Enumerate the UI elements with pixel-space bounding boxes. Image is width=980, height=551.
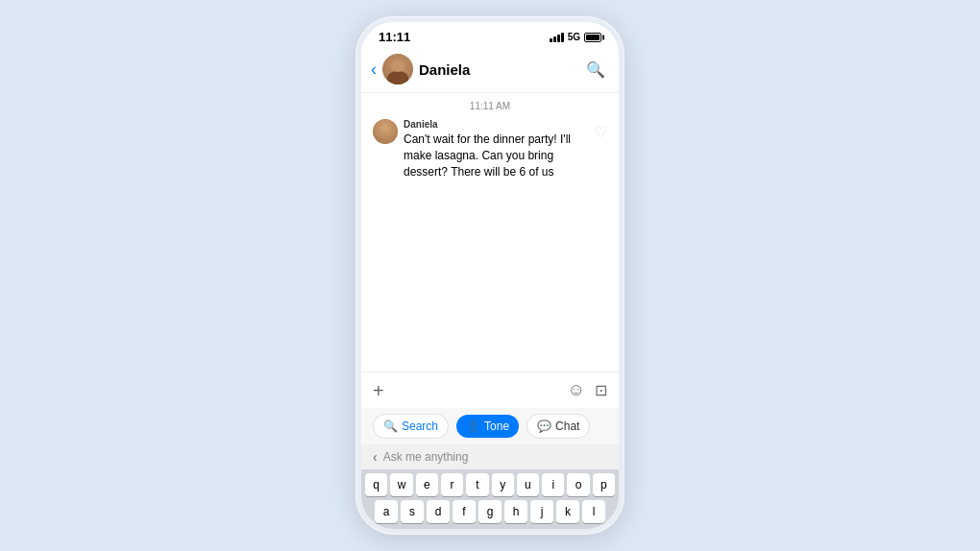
key-i[interactable]: i <box>542 473 564 496</box>
add-button[interactable]: + <box>373 381 384 400</box>
tone-icon: 👤 <box>466 419 480 433</box>
keyboard-row-1: q w e r t y u i o p <box>365 473 615 496</box>
key-p[interactable]: p <box>593 473 615 496</box>
chat-header: ‹ Daniela 🔍 <box>361 48 619 93</box>
heart-icon[interactable]: ♡ <box>594 123 607 141</box>
key-w[interactable]: w <box>390 473 412 496</box>
key-s[interactable]: s <box>401 500 424 523</box>
emoji-button[interactable]: ☺ <box>568 380 585 400</box>
ask-input-placeholder[interactable]: Ask me anything <box>383 450 607 464</box>
status-time: 11:11 <box>379 30 410 44</box>
messages-area: 11:11 AM Daniela Can't wait for the dinn… <box>361 93 619 371</box>
key-r[interactable]: r <box>441 473 463 496</box>
phone-frame: 11:11 5G ‹ Daniela 🔍 <box>355 16 625 535</box>
keyboard: q w e r t y u i o p a s d f g h j k l <box>361 469 619 529</box>
search-icon[interactable]: 🔍 <box>586 60 605 79</box>
ai-search-button[interactable]: 🔍 Search <box>373 414 449 439</box>
back-button[interactable]: ‹ <box>371 60 377 80</box>
ai-tone-button[interactable]: 👤 Tone <box>456 415 519 438</box>
message-row: Daniela Can't wait for the dinner party!… <box>373 119 607 180</box>
status-icons: 5G <box>550 32 601 42</box>
key-a[interactable]: a <box>375 500 398 523</box>
search-icon: 🔍 <box>383 419 398 433</box>
network-type-label: 5G <box>568 32 580 42</box>
input-bar: + ☺ ⊡ <box>361 371 619 408</box>
ai-chat-button[interactable]: 💬 Chat <box>527 414 590 439</box>
message-time-label: 11:11 AM <box>373 101 607 111</box>
key-y[interactable]: y <box>492 473 514 496</box>
camera-button[interactable]: ⊡ <box>595 381 607 399</box>
key-h[interactable]: h <box>504 500 527 523</box>
key-g[interactable]: g <box>478 500 502 523</box>
ai-search-label: Search <box>402 419 438 433</box>
message-bubble: Can't wait for the dinner party! I'll ma… <box>404 132 588 180</box>
key-t[interactable]: t <box>466 473 488 496</box>
key-l[interactable]: l <box>582 500 605 523</box>
key-d[interactable]: d <box>427 500 450 523</box>
message-sender: Daniela <box>404 119 588 130</box>
key-e[interactable]: e <box>416 473 438 496</box>
ask-bar: ‹ Ask me anything <box>361 444 619 469</box>
key-f[interactable]: f <box>453 500 476 523</box>
key-j[interactable]: j <box>530 500 553 523</box>
key-o[interactable]: o <box>567 473 589 496</box>
contact-avatar <box>382 54 413 84</box>
keyboard-row-2: a s d f g h j k l <box>365 500 615 523</box>
message-avatar <box>373 119 398 144</box>
battery-icon <box>584 33 601 42</box>
message-content: Daniela Can't wait for the dinner party!… <box>404 119 588 180</box>
contact-name: Daniela <box>419 61 586 78</box>
ai-chat-label: Chat <box>555 419 579 433</box>
ask-back-button[interactable]: ‹ <box>373 449 378 465</box>
status-bar: 11:11 5G <box>361 22 619 48</box>
key-k[interactable]: k <box>556 500 579 523</box>
signal-bars-icon <box>550 33 564 42</box>
key-q[interactable]: q <box>365 473 387 496</box>
chat-icon: 💬 <box>537 419 551 433</box>
phone-screen: 11:11 5G ‹ Daniela 🔍 <box>361 22 619 529</box>
key-u[interactable]: u <box>517 473 539 496</box>
ai-tone-label: Tone <box>484 419 509 433</box>
ai-toolbar: 🔍 Search 👤 Tone 💬 Chat <box>361 408 619 444</box>
